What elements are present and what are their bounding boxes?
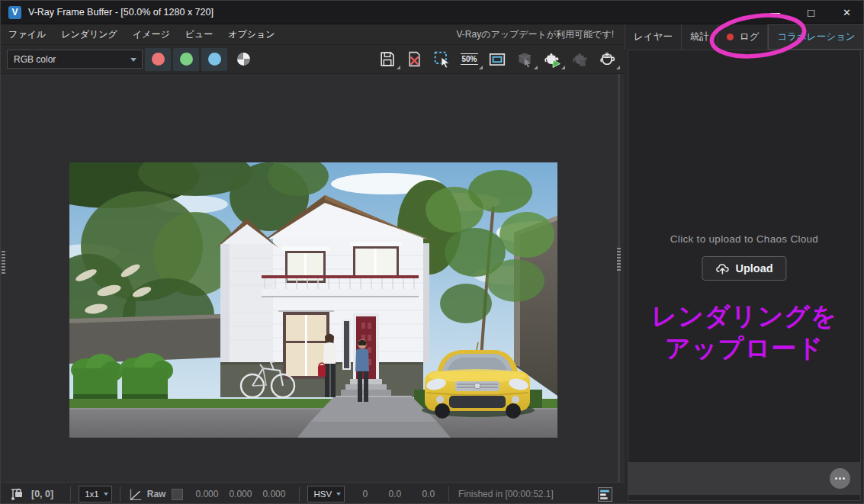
render-teapot-icon (597, 50, 617, 69)
vfb-window: V V-Ray Frame Buffer - [50.0% of 1280 x … (0, 0, 864, 504)
raw-value-g: 0.000 (224, 489, 252, 499)
render-button[interactable] (596, 49, 617, 70)
region-render-icon (433, 50, 451, 69)
panel-tab-bar: レイヤー 統計 ログ コラボレーション (625, 24, 864, 50)
alpha-channel-icon (237, 53, 250, 66)
image-viewport[interactable] (1, 74, 625, 504)
alpha-channel-button[interactable] (232, 48, 255, 71)
ellipsis-icon (835, 477, 837, 480)
menu-item-view[interactable]: ビュー (178, 24, 221, 45)
save-image-button[interactable] (377, 49, 397, 70)
tab-stats[interactable]: 統計 (682, 24, 718, 50)
chevron-down-icon (130, 58, 137, 62)
render-status: Finished in [00:00:52.1] (458, 489, 554, 499)
toolbar: RGB color (1, 45, 625, 74)
render-last-button[interactable] (541, 49, 562, 70)
tab-layers[interactable]: レイヤー (625, 24, 682, 50)
zoom-ratio-label: 50% (461, 53, 477, 65)
menu-item-rendering[interactable]: レンダリング (53, 24, 125, 45)
clear-image-button[interactable] (404, 49, 425, 70)
menu-bar: ファイル レンダリング イメージ ビュー オプション V-Rayのアップデートが… (1, 24, 625, 45)
clear-image-icon (406, 50, 423, 68)
red-channel-button[interactable] (145, 48, 171, 71)
tab-stats-label: 統計 (690, 30, 709, 43)
colorspace-value-v: 0.0 (407, 489, 435, 499)
display-window-button[interactable] (487, 49, 507, 70)
pixel-probe-lock-icon[interactable] (10, 486, 24, 502)
panel-bottom-bar (628, 462, 860, 495)
annotation-note: レンダリングを アップロード (628, 300, 860, 364)
raw-value-b: 0.000 (258, 489, 285, 499)
tab-layers-label: レイヤー (634, 30, 673, 43)
panel-splitter[interactable] (618, 74, 620, 504)
tab-collaboration[interactable]: コラボレーション (768, 24, 864, 50)
chevron-down-icon (104, 493, 108, 496)
region-render-button[interactable] (432, 49, 452, 70)
console-toggle-button[interactable] (598, 487, 612, 502)
tab-collaboration-label: コラボレーション (777, 30, 855, 43)
colorspace-select[interactable]: HSV (307, 486, 345, 502)
blue-channel-icon (208, 53, 221, 66)
display-window-icon (488, 50, 506, 69)
colorspace-value-label: HSV (313, 490, 332, 499)
tab-log-label: ログ (740, 30, 760, 43)
select-object-button (514, 49, 535, 70)
upload-button[interactable]: Upload (702, 256, 786, 281)
title-bar: V V-Ray Frame Buffer - [50.0% of 1280 x … (1, 1, 864, 24)
pixel-ratio-value: 1x1 (85, 490, 99, 499)
stop-render-teapot-icon (570, 50, 589, 69)
pixel-ratio-select[interactable]: 1x1 (79, 486, 112, 502)
red-channel-icon (152, 53, 165, 66)
curve-icon[interactable] (128, 487, 143, 502)
close-button[interactable]: ✕ (829, 1, 864, 24)
maximize-button[interactable]: □ (793, 1, 829, 24)
render-last-teapot-icon (542, 50, 562, 69)
save-icon (378, 50, 396, 68)
right-panel: レイヤー 統計 ログ コラボレーション Click to upload to C… (625, 24, 864, 504)
colorspace-value-h: 0 (345, 489, 368, 499)
render-image[interactable] (69, 162, 557, 438)
menu-item-image[interactable]: イメージ (125, 24, 178, 45)
minimize-button[interactable]: — (757, 1, 793, 24)
menu-item-options[interactable]: オプション (220, 24, 282, 45)
channel-mode-value: RGB color (14, 54, 56, 65)
cloud-upload-icon (715, 262, 729, 274)
more-options-button[interactable] (830, 468, 850, 489)
green-channel-icon (180, 53, 193, 66)
raw-label: Raw (147, 489, 166, 499)
select-object-icon (516, 50, 534, 69)
raw-value-r: 0.000 (191, 489, 218, 499)
upload-button-label: Upload (735, 262, 772, 274)
collaboration-panel: Click to upload to Chaos Cloud Upload レン… (628, 50, 861, 501)
window-title: V-Ray Frame Buffer - [50.0% of 1280 x 72… (28, 7, 214, 18)
color-swatch (172, 489, 183, 500)
chevron-down-icon (336, 493, 341, 496)
zoom-ratio-button[interactable]: 50% (459, 49, 480, 70)
vray-logo-icon: V (8, 6, 21, 19)
colorspace-value-s: 0.0 (374, 489, 401, 499)
panel-splitter-grip[interactable] (617, 248, 621, 272)
upload-hint: Click to upload to Chaos Cloud (628, 233, 860, 245)
log-activity-dot-icon (727, 34, 734, 40)
status-bar: [0, 0] 1x1 Raw 0.000 0.000 0.000 H (1, 482, 625, 504)
channel-mode-select[interactable]: RGB color (7, 50, 143, 69)
blue-channel-button[interactable] (201, 48, 227, 71)
frame-buffer-area: ファイル レンダリング イメージ ビュー オプション V-Rayのアップデートが… (1, 24, 625, 504)
menu-item-file[interactable]: ファイル (1, 24, 53, 45)
tab-log[interactable]: ログ (718, 24, 769, 50)
pixel-coordinates: [0, 0] (31, 489, 53, 499)
stop-render-button (569, 49, 589, 70)
green-channel-button[interactable] (173, 48, 199, 71)
left-splitter-grip[interactable] (2, 251, 5, 275)
update-notice[interactable]: V-Rayのアップデートが利用可能です! (456, 28, 614, 41)
